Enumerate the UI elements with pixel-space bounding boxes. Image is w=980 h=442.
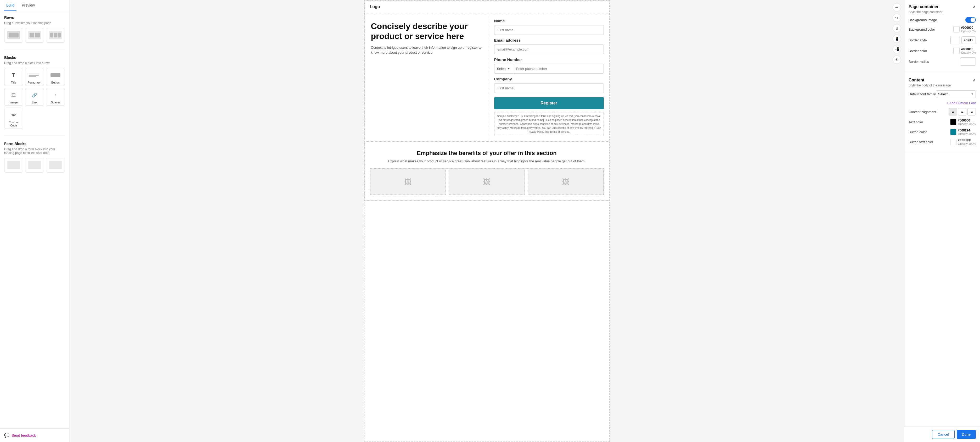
hero-form: Name Email address Phone Number Select ▼ xyxy=(489,13,609,141)
block-button[interactable]: Button xyxy=(46,68,65,86)
text-color-meta: #000000 Opacity 100% xyxy=(958,119,976,125)
register-button[interactable]: Register xyxy=(494,97,604,109)
row-grid xyxy=(4,28,65,43)
form-block-1-icon xyxy=(7,161,20,169)
form-name-field[interactable] xyxy=(494,25,604,35)
link-icon: 🔗 xyxy=(28,91,41,99)
button-color-swatch[interactable] xyxy=(950,129,956,135)
border-color-meta: #000000 Opacity 0% xyxy=(961,47,976,54)
button-icon xyxy=(49,71,62,79)
block-paragraph[interactable]: Paragraph xyxy=(25,68,44,86)
form-block-2[interactable] xyxy=(25,158,44,172)
text-color-preview[interactable]: #000000 Opacity 100% xyxy=(950,119,976,125)
page-container-subtitle: Style the page container xyxy=(908,10,976,14)
email-input[interactable] xyxy=(494,45,604,54)
send-feedback-button[interactable]: 💬 Send feedback xyxy=(0,428,69,442)
button-text-color-preview[interactable]: #FFFFFF Opacity 100% xyxy=(950,139,976,145)
hide-button[interactable]: 👁 xyxy=(892,56,901,64)
border-style-controls: solid ▼ xyxy=(950,36,976,44)
content-collapse[interactable]: ∧ xyxy=(973,78,976,83)
background-image-row: Background image xyxy=(908,17,976,23)
row-1col[interactable] xyxy=(4,28,23,43)
paragraph-label: Paragraph xyxy=(28,81,41,84)
button-label: Button xyxy=(51,81,60,84)
benefits-title: Emphasize the benefits of your offer in … xyxy=(370,150,604,156)
text-color-swatch[interactable] xyxy=(950,119,956,125)
text-color-hex: #000000 xyxy=(958,119,976,122)
page-container-collapse[interactable]: ∧ xyxy=(973,4,976,9)
content-section: Content ∧ Style the body of the message … xyxy=(904,73,980,153)
font-family-select[interactable]: Select... ▼ xyxy=(936,90,976,98)
benefits-subtitle: Explain what makes your product or servi… xyxy=(370,159,604,163)
row-2col[interactable] xyxy=(25,28,44,43)
phone-select-label: Select xyxy=(497,67,506,71)
row-2col-icon xyxy=(28,31,41,39)
background-color-preview[interactable]: #000000 Opacity 0% xyxy=(953,26,976,33)
button-text-color-swatch[interactable] xyxy=(950,139,956,145)
font-family-label: Default font family xyxy=(908,92,936,96)
button-color-label: Button color xyxy=(908,130,927,134)
form-block-1[interactable] xyxy=(4,158,23,172)
background-color-hex: #000000 xyxy=(961,26,976,30)
form-blocks-section: Form Blocks Drag and drop a form block i… xyxy=(0,137,69,177)
text-color-label: Text color xyxy=(908,120,923,124)
phone-chevron-icon: ▼ xyxy=(508,67,510,70)
row-3col[interactable] xyxy=(46,28,65,43)
block-title[interactable]: T Title xyxy=(4,68,23,86)
align-right-button[interactable]: ≡ xyxy=(967,108,976,115)
tablet-view-button[interactable]: 📱 xyxy=(892,35,901,43)
image-placeholder-2: 🖼 xyxy=(449,169,525,195)
block-spacer[interactable]: ↕ Spacer xyxy=(46,88,65,106)
form-phone-field: Select ▼ xyxy=(494,64,604,73)
form-block-3[interactable] xyxy=(46,158,65,172)
border-style-select[interactable]: solid ▼ xyxy=(961,37,976,44)
image-placeholder-3: 🖼 xyxy=(528,169,603,195)
desktop-view-button[interactable]: 🖥 xyxy=(892,24,901,32)
button-color-preview[interactable]: #008294 Opacity 100% xyxy=(950,129,976,136)
background-color-meta: #000000 Opacity 0% xyxy=(961,26,976,33)
tab-build[interactable]: Build xyxy=(4,0,16,11)
form-company-field[interactable] xyxy=(494,83,604,93)
company-input[interactable] xyxy=(494,83,604,93)
align-left-button[interactable]: ≡ xyxy=(948,108,957,115)
border-radius-row: Border radius xyxy=(908,57,976,66)
mobile-view-button[interactable]: 📲 xyxy=(892,45,901,53)
tab-bar: Build Preview xyxy=(0,0,69,11)
blocks-title: Blocks xyxy=(4,56,65,60)
tab-preview[interactable]: Preview xyxy=(20,0,37,11)
done-button[interactable]: Done xyxy=(957,430,976,439)
block-custom-code[interactable]: </> Custom Code xyxy=(4,108,23,129)
name-input[interactable] xyxy=(494,25,604,35)
phone-country-select[interactable]: Select ▼ xyxy=(494,64,513,73)
border-style-label: Border style xyxy=(908,38,927,42)
border-style-color-box[interactable] xyxy=(950,36,960,44)
background-image-toggle[interactable] xyxy=(965,17,976,23)
hero-left: Concisely describe your product or servi… xyxy=(365,13,489,141)
content-alignment-controls: ≡ ≡ ≡ xyxy=(948,108,976,115)
hero-subtitle: Context to intrigue users to leave their… xyxy=(371,45,482,55)
border-color-preview[interactable]: #000000 Opacity 0% xyxy=(953,47,976,54)
border-radius-input[interactable] xyxy=(960,57,976,66)
add-custom-font-link[interactable]: + Add Custom Font xyxy=(908,101,976,105)
redo-button[interactable]: ↪ xyxy=(892,14,901,22)
block-link[interactable]: 🔗 Link xyxy=(25,88,44,106)
background-color-opacity: Opacity 0% xyxy=(961,30,976,33)
custom-code-icon: </> xyxy=(7,111,20,119)
cancel-button[interactable]: Cancel xyxy=(932,430,955,439)
undo-button[interactable]: ↩ xyxy=(892,3,901,11)
form-blocks-title: Form Blocks xyxy=(4,142,65,146)
custom-code-label: Custom Code xyxy=(6,121,21,127)
feedback-icon: 💬 xyxy=(4,433,10,438)
align-center-button[interactable]: ≡ xyxy=(958,108,966,115)
content-title: Content xyxy=(908,78,924,83)
border-color-row: Border color #000000 Opacity 0% xyxy=(908,47,976,54)
text-color-row: Text color #000000 Opacity 100% xyxy=(908,119,976,125)
block-image[interactable]: 🖼 Image xyxy=(4,88,23,106)
spacer-icon: ↕ xyxy=(49,91,62,99)
form-email-field[interactable] xyxy=(494,45,604,54)
image-placeholders: 🖼 🖼 🖼 xyxy=(370,168,604,195)
phone-input[interactable] xyxy=(513,64,604,73)
background-color-swatch[interactable] xyxy=(953,26,959,32)
border-color-swatch[interactable] xyxy=(953,48,959,54)
right-panel: Page container ∧ Style the page containe… xyxy=(904,0,980,442)
